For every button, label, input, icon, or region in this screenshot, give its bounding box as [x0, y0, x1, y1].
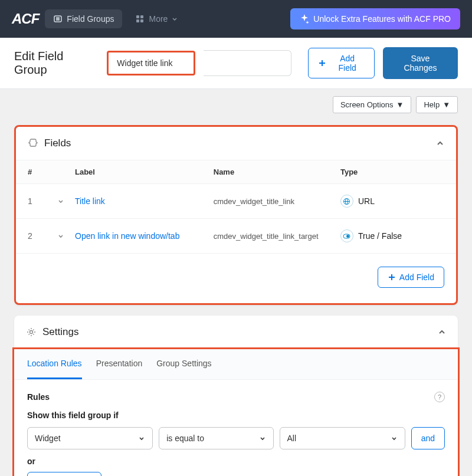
group-title-input[interactable]: [107, 51, 195, 75]
field-label[interactable]: Open link in new window/tab: [75, 231, 214, 241]
help-icon[interactable]: ?: [434, 392, 445, 402]
and-button[interactable]: and: [411, 427, 445, 449]
expand-toggle[interactable]: [57, 232, 75, 239]
rule-param-select[interactable]: Widget: [27, 427, 153, 449]
unlock-pro-label: Unlock Extra Features with ACF PRO: [313, 14, 451, 24]
field-type: True / False: [358, 231, 402, 241]
field-order: 1: [28, 196, 57, 206]
field-name: cmdev_widget_title_link: [214, 197, 340, 206]
nav-field-groups[interactable]: Field Groups: [45, 9, 122, 28]
field-label[interactable]: Title link: [75, 196, 214, 206]
page-title: Edit Field Group: [14, 50, 99, 77]
field-order: 2: [28, 231, 57, 241]
screen-options-button[interactable]: Screen Options ▼: [333, 96, 411, 113]
fields-panel-header: Fields: [16, 127, 456, 160]
add-field-button-top[interactable]: Add Field: [308, 48, 375, 78]
rule-value-value: All: [287, 434, 297, 443]
chevron-down-icon: [172, 16, 178, 22]
svg-rect-5: [140, 15, 143, 18]
rule-value-select[interactable]: All: [280, 427, 405, 449]
rules-description: Show this field group if: [27, 411, 445, 420]
fields-footer: Add Field: [16, 254, 456, 303]
chevron-down-icon: [259, 435, 266, 442]
rules-title: Rules: [27, 392, 50, 402]
collapse-toggle[interactable]: [436, 139, 444, 147]
sparkle-icon: [300, 14, 309, 24]
gear-icon: [26, 327, 37, 337]
svg-rect-6: [136, 19, 139, 22]
add-field-label: Add Field: [330, 54, 365, 73]
svg-rect-4: [136, 15, 139, 18]
title-bar: Edit Field Group Add Field Save Changes: [0, 38, 472, 89]
tab-group-settings[interactable]: Group Settings: [156, 349, 211, 379]
expand-toggle[interactable]: [57, 198, 75, 205]
fields-panel: Fields # Label Name Type 1 Title link cm…: [14, 125, 458, 305]
rule-param-value: Widget: [35, 434, 61, 443]
toggle-icon: [340, 229, 353, 242]
fields-panel-title: Fields: [44, 137, 430, 149]
logo: ACF: [12, 11, 39, 27]
svg-rect-7: [140, 19, 143, 22]
save-changes-button[interactable]: Save Changes: [383, 47, 458, 79]
plus-icon: [388, 273, 396, 281]
settings-panel-title: Settings: [42, 326, 432, 338]
settings-body: Rules ? Show this field group if Widget …: [14, 380, 458, 476]
settings-highlight: Location Rules Presentation Group Settin…: [12, 347, 460, 476]
field-row[interactable]: 1 Title link cmdev_widget_title_link URL: [16, 184, 456, 219]
settings-panel: Settings Location Rules Presentation Gro…: [14, 316, 458, 476]
tab-location-rules[interactable]: Location Rules: [27, 349, 82, 379]
svg-point-14: [347, 235, 349, 237]
svg-point-17: [30, 331, 33, 334]
rule-operator-value: is equal to: [166, 434, 204, 443]
settings-tabs: Location Rules Presentation Group Settin…: [14, 349, 458, 380]
add-field-label: Add Field: [399, 273, 434, 282]
plus-icon: [318, 59, 326, 67]
help-button[interactable]: Help ▼: [416, 96, 458, 113]
col-name: Name: [214, 168, 340, 176]
chevron-down-icon: [391, 435, 398, 442]
caret-down-icon: ▼: [442, 100, 450, 109]
chevron-down-icon: [138, 435, 145, 442]
fields-table-header: # Label Name Type: [16, 160, 456, 184]
nav-field-groups-label: Field Groups: [67, 14, 114, 24]
field-row[interactable]: 2 Open link in new window/tab cmdev_widg…: [16, 219, 456, 254]
field-type: URL: [358, 196, 375, 206]
nav-more-label: More: [149, 14, 168, 24]
field-name: cmdev_widget_title_link_target: [214, 232, 340, 241]
meta-bar: Screen Options ▼ Help ▼: [0, 89, 472, 120]
top-nav: ACF Field Groups More Unlock Extra Featu…: [0, 0, 472, 38]
nav-more[interactable]: More: [128, 9, 185, 28]
col-type: Type: [340, 168, 444, 176]
tab-presentation[interactable]: Presentation: [96, 349, 143, 379]
group-title-input-extension[interactable]: [204, 50, 291, 76]
screen-options-label: Screen Options: [340, 100, 394, 109]
list-icon: [53, 14, 63, 24]
or-label: or: [27, 457, 445, 466]
col-label: Label: [75, 168, 214, 176]
col-num: #: [28, 168, 57, 176]
settings-panel-header: Settings: [14, 316, 458, 349]
help-label: Help: [424, 100, 440, 109]
rule-row: Widget is equal to All and: [27, 427, 445, 449]
puzzle-icon: [28, 138, 38, 149]
globe-icon: [340, 195, 353, 208]
caret-down-icon: ▼: [396, 100, 404, 109]
add-rule-group-button[interactable]: Add rule group: [27, 472, 101, 476]
rule-operator-select[interactable]: is equal to: [159, 427, 273, 449]
collapse-toggle[interactable]: [438, 328, 446, 336]
add-field-button-bottom[interactable]: Add Field: [378, 267, 444, 288]
grid-icon: [135, 14, 145, 24]
unlock-pro-button[interactable]: Unlock Extra Features with ACF PRO: [290, 8, 460, 29]
